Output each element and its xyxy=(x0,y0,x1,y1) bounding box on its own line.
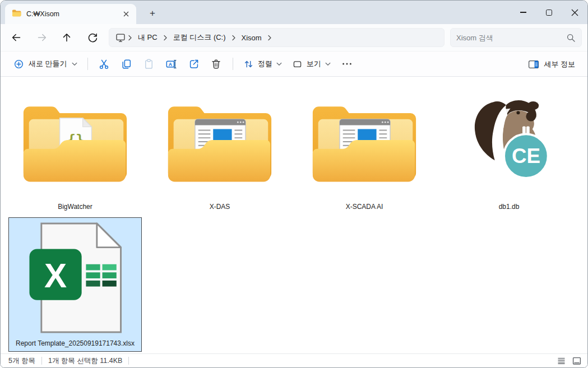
file-name: X-SCADA AI xyxy=(346,201,383,213)
status-divider xyxy=(41,357,42,365)
details-pane-button[interactable]: 세부 정보 xyxy=(524,54,580,74)
close-button[interactable] xyxy=(562,1,587,24)
file-grid[interactable]: {} BigWatcher xyxy=(1,77,587,353)
file-tile-report-template[interactable]: X Report Template_20250919171743.xlsx xyxy=(8,217,142,352)
more-options-button[interactable] xyxy=(336,54,358,74)
chevron-right-icon[interactable] xyxy=(163,35,168,41)
delete-button[interactable] xyxy=(205,54,228,74)
file-tile-bigwatcher[interactable]: {} BigWatcher xyxy=(8,81,142,215)
large-icons-view-icon[interactable] xyxy=(570,355,584,367)
trash-icon xyxy=(210,58,222,70)
file-name: db1.db xyxy=(499,201,520,213)
details-view-icon[interactable] xyxy=(554,355,568,367)
svg-text:A: A xyxy=(169,61,173,67)
breadcrumb-local-disk-c[interactable]: 로컬 디스크 (C:) xyxy=(169,31,230,44)
rename-icon: A xyxy=(165,58,177,70)
window-controls xyxy=(510,1,587,24)
tab-folder-icon xyxy=(12,9,21,19)
toolbar-divider xyxy=(87,58,88,70)
up-icon[interactable] xyxy=(57,28,76,47)
details-pane-icon xyxy=(528,59,539,69)
command-bar: 새로 만들기 xyxy=(1,51,587,77)
chevron-right-icon xyxy=(128,35,132,41)
view-button[interactable]: 보기 xyxy=(287,54,336,74)
new-button-label: 새로 만들기 xyxy=(29,59,67,69)
file-tile-x-das[interactable]: X-DAS xyxy=(153,81,286,215)
tab-close-icon[interactable] xyxy=(121,8,132,20)
search-input[interactable] xyxy=(456,34,566,42)
view-toggles xyxy=(554,355,584,367)
new-button[interactable]: 새로 만들기 xyxy=(8,55,82,73)
toolbar-divider xyxy=(233,58,233,70)
share-button[interactable] xyxy=(183,54,205,74)
chevron-down-icon xyxy=(325,62,331,66)
maximize-button[interactable] xyxy=(536,1,562,24)
copy-icon xyxy=(121,58,132,70)
file-name: X-DAS xyxy=(210,201,230,213)
selection-info: 1개 항목 선택함 11.4KB xyxy=(48,356,122,366)
chevron-right-icon[interactable] xyxy=(267,35,272,41)
dbeaver-ce-icon: CE xyxy=(443,81,575,201)
search-icon[interactable] xyxy=(566,33,576,43)
minimize-button[interactable] xyxy=(510,1,536,24)
status-bar: 5개 항목 1개 항목 선택함 11.4KB xyxy=(1,353,587,367)
rename-button[interactable]: A xyxy=(160,54,183,74)
breadcrumb-xisom[interactable]: Xisom xyxy=(238,32,266,44)
scissors-icon xyxy=(98,58,110,70)
excel-file-icon: X xyxy=(9,218,141,337)
ellipsis-icon xyxy=(341,58,353,69)
this-pc-icon xyxy=(115,32,126,43)
copy-button[interactable] xyxy=(115,54,138,74)
paste-icon xyxy=(143,58,155,70)
tab-title: C:₩Xisom xyxy=(26,10,121,18)
title-bar: C:₩Xisom + xyxy=(1,1,587,24)
breadcrumb-this-pc[interactable]: 내 PC xyxy=(134,31,161,44)
file-tile-x-scada-ai[interactable]: X-SCADA AI xyxy=(298,81,431,215)
plus-circle-icon xyxy=(13,59,24,69)
file-tile-db1[interactable]: CE db1.db xyxy=(442,81,576,215)
sort-arrows-icon xyxy=(243,59,254,69)
folder-code-icon: {} xyxy=(9,81,141,201)
folder-app-icon xyxy=(298,81,430,201)
file-name: BigWatcher xyxy=(58,201,92,213)
chevron-down-icon xyxy=(276,62,282,66)
new-tab-button[interactable]: + xyxy=(144,6,161,21)
svg-text:CE: CE xyxy=(512,145,540,167)
paste-button[interactable] xyxy=(138,54,160,74)
view-square-icon xyxy=(292,59,303,69)
chevron-right-icon[interactable] xyxy=(232,35,236,41)
forward-icon[interactable] xyxy=(33,28,52,47)
svg-text:X: X xyxy=(44,257,67,295)
back-icon[interactable] xyxy=(7,28,26,47)
share-icon xyxy=(188,58,200,70)
search-box xyxy=(450,28,582,47)
explorer-tab[interactable]: C:₩Xisom xyxy=(5,4,136,24)
details-pane-label: 세부 정보 xyxy=(544,59,575,69)
item-count: 5개 항목 xyxy=(8,356,35,366)
sort-button-label: 정렬 xyxy=(258,59,272,69)
chevron-down-icon xyxy=(72,62,77,66)
file-explorer-window: C:₩Xisom + xyxy=(0,0,588,368)
address-bar[interactable]: 내 PC 로컬 디스크 (C:) Xisom xyxy=(109,28,445,47)
view-button-label: 보기 xyxy=(307,59,321,69)
sort-button[interactable]: 정렬 xyxy=(238,54,287,74)
cut-button[interactable] xyxy=(93,54,115,74)
refresh-icon[interactable] xyxy=(83,28,102,47)
folder-app-icon xyxy=(154,81,286,201)
navigation-bar: 내 PC 로컬 디스크 (C:) Xisom xyxy=(1,24,587,51)
status-divider xyxy=(128,357,129,365)
file-name: Report Template_20250919171743.xlsx xyxy=(16,337,135,350)
